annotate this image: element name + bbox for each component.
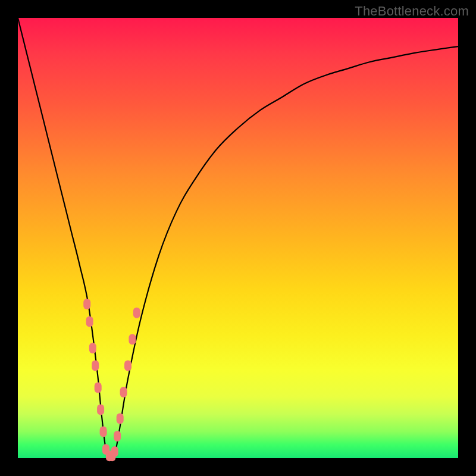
watermark-text: TheBottleneck.com: [355, 4, 469, 19]
marker-dot: [114, 431, 121, 441]
curve-line: [18, 18, 458, 459]
marker-dot: [100, 427, 107, 437]
bottleneck-curve: [18, 18, 458, 458]
marker-dot: [97, 405, 104, 415]
marker-dot: [92, 361, 99, 371]
plot-area: [18, 18, 458, 458]
marker-dot: [111, 446, 118, 457]
marker-dot: [95, 383, 102, 393]
curve-markers: [83, 299, 140, 461]
marker-dot: [120, 387, 127, 397]
marker-dot: [89, 343, 96, 353]
marker-dot: [124, 361, 131, 371]
chart-frame: TheBottleneck.com: [0, 0, 476, 476]
marker-dot: [129, 334, 136, 345]
marker-dot: [117, 413, 124, 424]
marker-dot: [83, 299, 90, 309]
marker-dot: [133, 308, 140, 318]
marker-dot: [86, 317, 93, 327]
